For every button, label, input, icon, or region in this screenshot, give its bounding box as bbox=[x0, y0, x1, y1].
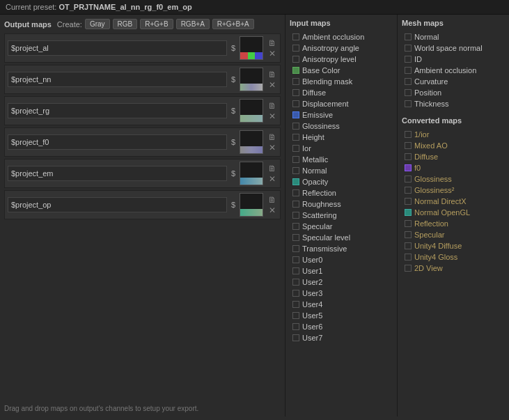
input-map-height[interactable]: Height bbox=[290, 132, 393, 143]
input-map-specular[interactable]: Specular bbox=[290, 221, 393, 232]
input-map-blending-mask[interactable]: Blending mask bbox=[290, 76, 393, 87]
output-name-nn[interactable] bbox=[8, 72, 227, 87]
converted-map-2d-view[interactable]: 2D View bbox=[402, 263, 505, 274]
dot-mesh-normal bbox=[405, 33, 412, 40]
mesh-map-ambient-occlusion[interactable]: Ambient occlusion bbox=[402, 65, 505, 76]
dot-reflection bbox=[292, 189, 299, 196]
input-map-ior[interactable]: Ior bbox=[290, 143, 393, 154]
dot-unity4-gloss bbox=[405, 254, 412, 260]
file-icon-em[interactable]: 🗎 bbox=[267, 164, 277, 173]
row-icons-nn: 🗎 ✕ bbox=[267, 70, 277, 90]
btn-rgb[interactable]: RGB bbox=[113, 19, 138, 29]
input-map-opacity[interactable]: Opacity bbox=[290, 176, 393, 187]
mesh-map-thickness[interactable]: Thickness bbox=[402, 98, 505, 109]
output-name-em[interactable] bbox=[8, 166, 227, 181]
input-map-anisotropy-level[interactable]: Anisotropy level bbox=[290, 54, 393, 65]
converted-map-f0[interactable]: f0 bbox=[402, 162, 505, 173]
converted-map-unity4-gloss[interactable]: Unity4 Gloss bbox=[402, 251, 505, 263]
input-map-base-color[interactable]: Base Color bbox=[290, 65, 393, 76]
dot-height bbox=[292, 134, 299, 141]
file-icon-al[interactable]: 🗎 bbox=[267, 38, 277, 48]
input-map-user1[interactable]: User1 bbox=[290, 265, 393, 277]
mesh-map-position[interactable]: Position bbox=[402, 87, 505, 98]
file-icon-rg[interactable]: 🗎 bbox=[267, 101, 277, 111]
mesh-map-normal[interactable]: Normal bbox=[402, 31, 505, 42]
btn-rgba[interactable]: RGB+A bbox=[176, 19, 210, 29]
file-icon-op[interactable]: 🗎 bbox=[267, 195, 277, 205]
dot-user6 bbox=[292, 323, 299, 330]
converted-map-glossiness2[interactable]: Glossiness² bbox=[402, 185, 505, 196]
input-map-roughness[interactable]: Roughness bbox=[290, 199, 393, 210]
input-map-emissive[interactable]: Emissive bbox=[290, 109, 393, 120]
input-map-displacement[interactable]: Displacement bbox=[290, 98, 393, 109]
close-icon-rg[interactable]: ✕ bbox=[267, 111, 277, 121]
close-icon-f0[interactable]: ✕ bbox=[267, 143, 277, 153]
input-map-user6[interactable]: User6 bbox=[290, 321, 393, 332]
input-map-anisotropy-angle[interactable]: Anisotropy angle bbox=[290, 42, 393, 54]
converted-map-1ior[interactable]: 1/ior bbox=[402, 129, 505, 140]
converted-map-specular[interactable]: Specular bbox=[402, 229, 505, 240]
swatch-nn[interactable]: RGB bbox=[240, 68, 263, 91]
output-maps-header: Output maps Create: Gray RGB R+G+B RGB+A… bbox=[4, 19, 281, 29]
row-icons-f0: 🗎 ✕ bbox=[267, 132, 277, 153]
file-icon-f0[interactable]: 🗎 bbox=[267, 132, 277, 142]
close-icon-em[interactable]: ✕ bbox=[267, 174, 277, 184]
dot-conv-specular bbox=[405, 231, 412, 238]
input-map-user5[interactable]: User5 bbox=[290, 310, 393, 321]
input-map-user2[interactable]: User2 bbox=[290, 277, 393, 288]
input-map-reflection[interactable]: Reflection bbox=[290, 187, 393, 199]
dot-anisotropy-level bbox=[292, 56, 299, 63]
output-name-f0[interactable] bbox=[8, 134, 227, 150]
swatch-al[interactable]: RGB bbox=[240, 36, 263, 60]
input-map-user4[interactable]: User4 bbox=[290, 299, 393, 310]
converted-map-reflection[interactable]: Reflection bbox=[402, 218, 505, 229]
input-map-scattering[interactable]: Scattering bbox=[290, 210, 393, 221]
output-name-op[interactable] bbox=[8, 197, 227, 212]
input-map-diffuse[interactable]: Diffuse bbox=[290, 87, 393, 98]
converted-map-glossiness[interactable]: Glossiness bbox=[402, 173, 505, 185]
input-map-glossiness[interactable]: Glossiness bbox=[290, 120, 393, 132]
dot-mesh-thickness bbox=[405, 100, 412, 107]
btn-gray[interactable]: Gray bbox=[85, 19, 110, 29]
close-icon-al[interactable]: ✕ bbox=[267, 49, 277, 59]
dollar-f0: $ bbox=[231, 138, 235, 146]
dot-user2 bbox=[292, 279, 299, 286]
dot-roughness bbox=[292, 201, 299, 208]
output-row-op: $ RGB 🗎 ✕ bbox=[4, 190, 281, 219]
btn-r-g-b-a[interactable]: R+G+B+A bbox=[212, 19, 254, 29]
output-name-al[interactable] bbox=[8, 40, 227, 56]
dollar-op: $ bbox=[231, 201, 235, 209]
input-map-normal[interactable]: Normal bbox=[290, 165, 393, 176]
input-map-ambient-occlusion[interactable]: Ambient occlusion bbox=[290, 31, 393, 42]
dot-metallic bbox=[292, 156, 299, 163]
btn-r-g-b[interactable]: R+G+B bbox=[140, 19, 173, 29]
close-icon-op[interactable]: ✕ bbox=[267, 205, 277, 215]
converted-map-diffuse[interactable]: Diffuse bbox=[402, 151, 505, 162]
converted-map-normal-opengl[interactable]: Normal OpenGL bbox=[402, 207, 505, 218]
converted-map-mixed-ao[interactable]: Mixed AO bbox=[402, 140, 505, 151]
converted-map-normal-directx[interactable]: Normal DirectX bbox=[402, 196, 505, 207]
dot-unity4-diffuse bbox=[405, 242, 412, 249]
input-map-user7[interactable]: User7 bbox=[290, 332, 393, 343]
mesh-map-id[interactable]: ID bbox=[402, 54, 505, 65]
dot-transmissive bbox=[292, 245, 299, 252]
mesh-map-curvature[interactable]: Curvature bbox=[402, 76, 505, 87]
input-map-metallic[interactable]: Metallic bbox=[290, 154, 393, 165]
dollar-em: $ bbox=[231, 169, 235, 178]
input-map-specular-level[interactable]: Specular level bbox=[290, 232, 393, 243]
input-map-user3[interactable]: User3 bbox=[290, 288, 393, 299]
input-map-user0[interactable]: User0 bbox=[290, 254, 393, 265]
swatch-op[interactable]: RGB bbox=[240, 193, 263, 217]
swatch-rg[interactable]: Gr bbox=[240, 99, 263, 123]
converted-map-unity4-diffuse[interactable]: Unity4 Diffuse bbox=[402, 240, 505, 251]
close-icon-nn[interactable]: ✕ bbox=[267, 80, 277, 90]
mesh-map-world-space-normal[interactable]: World space normal bbox=[402, 42, 505, 54]
dot-1ior bbox=[405, 131, 412, 138]
output-row-rg: $ Gr 🗎 ✕ bbox=[4, 96, 281, 125]
file-icon-nn[interactable]: 🗎 bbox=[267, 70, 277, 79]
input-map-transmissive[interactable]: Transmissive bbox=[290, 243, 393, 254]
swatch-em[interactable]: RGB bbox=[240, 162, 263, 185]
converted-maps-section: Converted maps 1/ior Mixed AO Diffuse f0… bbox=[402, 116, 505, 274]
output-name-rg[interactable] bbox=[8, 103, 227, 118]
swatch-f0[interactable]: RGB bbox=[240, 130, 263, 154]
